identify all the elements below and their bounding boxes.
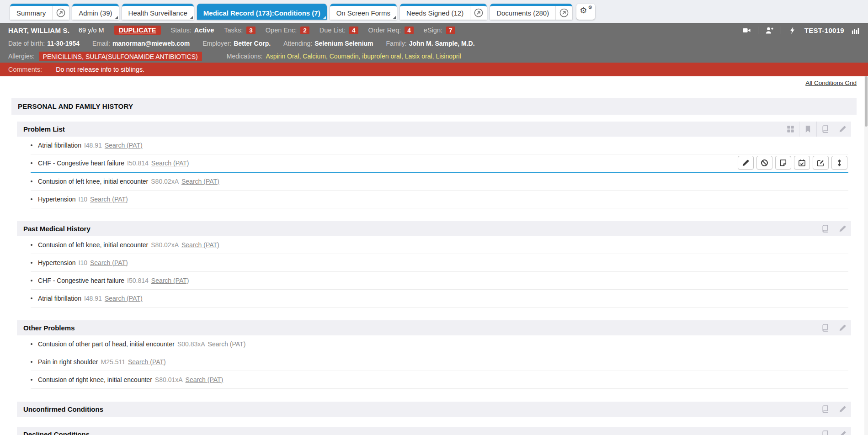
pencil-icon[interactable] xyxy=(834,122,851,137)
icon-divider xyxy=(758,27,758,34)
medication-link-ibuprofen-oral[interactable]: ibuprofen oral xyxy=(362,53,401,60)
all-conditions-grid-link[interactable]: All Conditions Grid xyxy=(805,80,857,86)
condition-code: S00.83xA xyxy=(177,340,205,348)
info-label: Date of birth: xyxy=(8,40,45,47)
section-header-icons xyxy=(782,122,851,137)
bullet-icon xyxy=(31,198,32,200)
tab-label: Medical Record (173):Conditions (7) xyxy=(197,6,327,20)
sticky-note-button[interactable] xyxy=(775,156,791,170)
tab-admin-39[interactable]: Admin (39) xyxy=(72,4,118,20)
medication-link-calcium[interactable]: Calcium xyxy=(303,53,326,60)
condition-search-link[interactable]: Search (PAT) xyxy=(208,340,246,348)
condition-search-link[interactable]: Search (PAT) xyxy=(181,241,219,249)
book-icon[interactable] xyxy=(816,122,834,137)
calendar-check-button[interactable] xyxy=(794,156,810,170)
counter-badge-open-enc[interactable]: 2 xyxy=(300,27,309,34)
external-link-icon[interactable] xyxy=(555,6,572,20)
section-unconfirmed-conditions: Unconfirmed Conditions xyxy=(17,402,851,417)
patient-name: HART, WILLIAM S. xyxy=(8,27,69,34)
allergy-medication-row: Allergies:PENICILLINS, SULFA(SULFONAMIDE… xyxy=(0,50,868,63)
counter-label: Order Req: xyxy=(368,27,401,34)
condition-search-link[interactable]: Search (PAT) xyxy=(105,295,143,302)
section-title: Other Problems xyxy=(17,320,75,335)
bookmark-icon[interactable] xyxy=(799,122,816,137)
book-icon[interactable] xyxy=(817,320,834,335)
condition-search-link[interactable]: Search (PAT) xyxy=(90,196,128,203)
tab-documents-280[interactable]: Documents (280) xyxy=(490,4,572,20)
duplicate-badge[interactable]: DUPLICATE xyxy=(114,26,161,35)
counter-badge-tasks[interactable]: 3 xyxy=(246,27,256,34)
condition-search-link[interactable]: Search (PAT) xyxy=(90,259,128,266)
section-title: Unconfirmed Conditions xyxy=(17,402,103,417)
condition-search-link[interactable]: Search (PAT) xyxy=(151,159,189,167)
tab-summary[interactable]: Summary xyxy=(10,4,69,20)
scrollbar-thumb[interactable] xyxy=(865,76,868,127)
grid-icon[interactable] xyxy=(782,122,799,137)
condition-code: I48.91 xyxy=(84,142,102,149)
condition-search-link[interactable]: Search (PAT) xyxy=(105,142,143,149)
person-add-icon[interactable] xyxy=(765,27,774,34)
section-header-icons xyxy=(817,320,851,335)
pencil-icon[interactable] xyxy=(834,402,851,417)
video-camera-icon[interactable] xyxy=(742,27,751,34)
section-header: Unconfirmed Conditions xyxy=(17,402,851,417)
condition-row: Contusion of right knee, initial encount… xyxy=(31,371,848,389)
counter-badge-order-req[interactable]: 4 xyxy=(405,27,414,34)
info-label: Family: xyxy=(386,40,407,47)
condition-search-link[interactable]: Search (PAT) xyxy=(181,178,219,185)
condition-name: Pain in right shoulder xyxy=(38,358,98,366)
condition-name: Hypertension xyxy=(38,196,76,203)
tab-needs-signed-12[interactable]: Needs Signed (12) xyxy=(400,4,487,20)
external-link-icon[interactable] xyxy=(470,6,487,20)
tab-on-screen-forms[interactable]: On Screen Forms xyxy=(330,4,397,20)
lightning-icon[interactable] xyxy=(788,27,797,34)
allergy-badge[interactable]: PENICILLINS, SULFA(SULFONAMIDE ANTIBIOTI… xyxy=(39,52,202,61)
condition-code: I10 xyxy=(79,259,87,266)
gears-icon: ⚙⚙ xyxy=(576,4,595,20)
book-icon[interactable] xyxy=(817,427,834,435)
section-other-problems: Other ProblemsContusion of other part of… xyxy=(17,320,851,392)
counter-badge-due-list[interactable]: 4 xyxy=(349,27,358,34)
status-label: Status: xyxy=(171,27,192,34)
section-problem-list: Problem ListAtrial fibrillationI48.91Sea… xyxy=(17,122,851,211)
pencil-icon[interactable] xyxy=(834,221,851,236)
info-employer: Employer:Better Corp. xyxy=(202,40,271,47)
tab-health-surveillance[interactable]: Health Surveillance xyxy=(122,4,194,20)
condition-name: Atrial fibrillation xyxy=(38,142,81,149)
book-icon[interactable] xyxy=(817,402,834,417)
tab-label: Health Surveillance xyxy=(122,6,194,20)
condition-row: Contusion of other part of head, initial… xyxy=(31,335,848,353)
edit-note-button[interactable] xyxy=(813,156,829,170)
info-email: Email:manorman@mieweb.com xyxy=(92,40,190,47)
ban-button[interactable] xyxy=(756,156,772,170)
medication-link-lasix-oral[interactable]: Lasix oral xyxy=(405,53,432,60)
tab-medical-record-173-conditions-7[interactable]: Medical Record (173):Conditions (7) xyxy=(197,4,327,20)
pencil-icon[interactable] xyxy=(834,320,851,335)
tab-label: On Screen Forms xyxy=(330,6,397,20)
info-value: John M. Sample, M.D. xyxy=(409,40,475,47)
info-attending: Attending:Selenium Selenium xyxy=(283,40,373,47)
scrollbar-track[interactable] xyxy=(864,76,868,435)
info-value: manorman@mieweb.com xyxy=(112,40,190,47)
medication-link-aspirin-oral[interactable]: Aspirin Oral xyxy=(266,53,299,60)
condition-list: Contusion of left knee, initial encounte… xyxy=(17,236,851,310)
external-link-icon[interactable] xyxy=(52,6,69,20)
bar-chart-icon[interactable] xyxy=(851,27,860,34)
condition-search-link[interactable]: Search (PAT) xyxy=(151,277,189,284)
bullet-icon xyxy=(31,144,32,146)
resize-vertical-button[interactable] xyxy=(831,156,847,170)
pencil-button[interactable] xyxy=(738,156,754,170)
sticky-note-icon xyxy=(779,159,787,167)
book-icon[interactable] xyxy=(817,221,834,236)
medications-label: Medications: xyxy=(227,53,263,60)
medication-link-lisinopril[interactable]: Lisinopril xyxy=(436,53,461,60)
condition-search-link[interactable]: Search (PAT) xyxy=(186,376,224,383)
medication-link-coumadin[interactable]: Coumadin xyxy=(330,53,359,60)
bullet-icon xyxy=(31,297,32,299)
patient-info-row: Date of birth:11-30-1954Email:manorman@m… xyxy=(0,37,868,50)
settings-button[interactable]: ⚙⚙ xyxy=(576,4,595,20)
condition-search-link[interactable]: Search (PAT) xyxy=(128,358,166,366)
condition-code: S80.02xA xyxy=(151,178,179,185)
pencil-icon[interactable] xyxy=(834,427,851,435)
counter-badge-esign[interactable]: 7 xyxy=(446,27,455,34)
